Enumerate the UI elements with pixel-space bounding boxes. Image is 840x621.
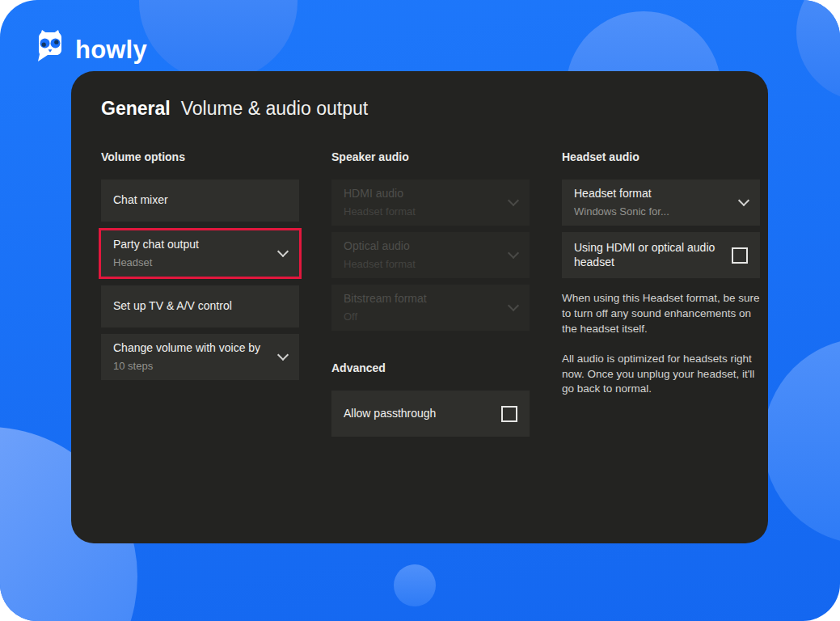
title-page: Volume & audio output: [181, 97, 368, 120]
tv-av-control-label: Set up TV & A/V control: [113, 299, 232, 314]
column-headset-audio: Headset audio Headset format Windows Son…: [562, 150, 760, 443]
optical-audio-label: Optical audio: [344, 239, 416, 254]
optical-audio-value: Headset format: [344, 258, 416, 271]
checkbox-unchecked-icon: [732, 247, 748, 264]
section-header-speaker-audio: Speaker audio: [331, 150, 530, 163]
headset-format-label: Headset format: [574, 187, 669, 201]
hdmi-optical-headset-label: Using HDMI or optical audio headset: [574, 241, 722, 269]
title-category: General: [101, 97, 171, 120]
chat-mixer-label: Chat mixer: [113, 193, 168, 208]
page-title: General Volume & audio output: [101, 97, 738, 120]
headset-format-dropdown[interactable]: Headset format Windows Sonic for...: [562, 180, 760, 226]
section-header-volume-options: Volume options: [101, 150, 299, 163]
party-chat-output-dropdown[interactable]: Party chat output Headset: [99, 228, 302, 279]
checkbox-unchecked-icon: [501, 406, 517, 422]
decor-circle: [139, 0, 298, 81]
bitstream-format-label: Bitstream format: [344, 292, 427, 306]
hdmi-audio-dropdown: HDMI audio Headset format: [331, 180, 530, 226]
allow-passthrough-label: Allow passthrough: [344, 407, 436, 421]
chevron-down-icon: [277, 246, 289, 257]
column-speaker-audio: Speaker audio HDMI audio Headset format …: [331, 150, 530, 443]
party-chat-output-value: Headset: [113, 256, 199, 269]
tv-av-control-button[interactable]: Set up TV & A/V control: [101, 285, 299, 327]
chevron-down-icon: [738, 195, 749, 206]
voice-volume-dropdown[interactable]: Change volume with voice by 10 steps: [101, 334, 299, 380]
voice-volume-label: Change volume with voice by: [113, 341, 260, 356]
howly-logo: howly: [32, 29, 147, 65]
column-volume-options: Volume options Chat mixer Party chat out…: [101, 150, 299, 443]
headset-format-note: When using this Headset format, be sure …: [562, 291, 760, 337]
decor-circle: [394, 564, 436, 606]
section-header-headset-audio: Headset audio: [562, 150, 760, 163]
decor-circle: [796, 0, 840, 101]
headset-format-value: Windows Sonic for...: [574, 205, 669, 218]
allow-passthrough-checkbox-button[interactable]: Allow passthrough: [331, 391, 530, 437]
chevron-down-icon: [508, 300, 519, 311]
party-chat-output-label: Party chat output: [113, 238, 199, 252]
hdmi-optical-headset-checkbox-button[interactable]: Using HDMI or optical audio headset: [562, 232, 760, 278]
settings-panel: General Volume & audio output Volume opt…: [71, 71, 768, 543]
owl-icon: [32, 29, 68, 65]
bitstream-format-dropdown: Bitstream format Off: [331, 285, 530, 331]
section-header-advanced: Advanced: [331, 361, 530, 374]
brand-name: howly: [75, 32, 147, 62]
hdmi-audio-value: Headset format: [344, 205, 416, 218]
headset-optimized-note: All audio is optimized for headsets righ…: [562, 352, 760, 398]
chevron-down-icon: [508, 195, 519, 206]
bitstream-format-value: Off: [344, 310, 427, 323]
optical-audio-dropdown: Optical audio Headset format: [331, 232, 530, 278]
decor-circle: [763, 338, 840, 544]
chat-mixer-button[interactable]: Chat mixer: [101, 180, 299, 222]
hdmi-audio-label: HDMI audio: [344, 187, 416, 201]
voice-volume-value: 10 steps: [113, 360, 260, 373]
chevron-down-icon: [277, 349, 289, 361]
chevron-down-icon: [508, 247, 519, 259]
